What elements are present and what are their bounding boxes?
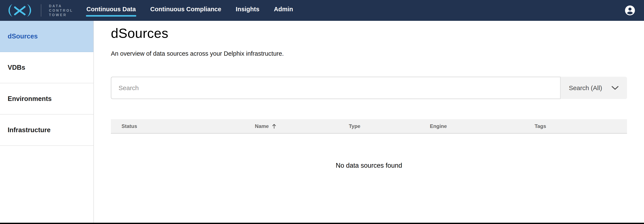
page-title: dSources: [111, 25, 627, 41]
chevron-down-icon: [612, 86, 619, 90]
sidebar-item-label: dSources: [8, 32, 38, 40]
nav-item-insights[interactable]: Insights: [236, 0, 260, 21]
app-logo: DATA CONTROL TOWER: [7, 3, 73, 17]
sidebar-item-dsources[interactable]: dSources: [0, 21, 94, 52]
search-bar: Search (All): [111, 77, 627, 99]
nav-item-admin[interactable]: Admin: [274, 0, 293, 21]
main-content: dSources An overview of data sources acr…: [94, 21, 644, 223]
top-navbar: DATA CONTROL TOWER Continuous Data Conti…: [0, 0, 644, 21]
nav-item-continuous-data[interactable]: Continuous Data: [86, 0, 136, 21]
brand-name: DATA CONTROL TOWER: [49, 4, 73, 17]
table-header-row: Status Name Type Engine Tags: [111, 119, 627, 134]
column-header-name[interactable]: Name: [255, 123, 349, 129]
search-filter-label: Search (All): [569, 84, 602, 92]
delphix-infinity-icon: [7, 3, 32, 17]
column-header-engine[interactable]: Engine: [430, 123, 534, 129]
page-subtitle: An overview of data sources across your …: [111, 50, 627, 57]
sidebar-item-label: VDBs: [8, 64, 25, 71]
nav-item-continuous-compliance[interactable]: Continuous Compliance: [150, 0, 221, 21]
sidebar-item-label: Environments: [8, 95, 52, 103]
search-input[interactable]: [111, 77, 560, 99]
column-header-tags[interactable]: Tags: [534, 123, 627, 129]
sidebar-item-environments[interactable]: Environments: [0, 83, 94, 115]
column-header-type[interactable]: Type: [349, 123, 430, 129]
account-button[interactable]: [624, 4, 636, 16]
column-header-status[interactable]: Status: [111, 123, 255, 129]
account-circle-icon: [624, 4, 636, 16]
empty-table-message: No data sources found: [111, 134, 627, 169]
sidebar-item-vdbs[interactable]: VDBs: [0, 52, 94, 83]
sidebar: dSources VDBs Environments Infrastructur…: [0, 21, 94, 223]
window-bottom-edge: [0, 223, 644, 224]
sidebar-item-label: Infrastructure: [8, 126, 51, 134]
primary-nav: Continuous Data Continuous Compliance In…: [86, 0, 308, 21]
logo-divider: [41, 4, 41, 16]
sort-arrow-up-icon: [271, 123, 277, 129]
search-filter-dropdown[interactable]: Search (All): [560, 77, 627, 99]
sidebar-item-infrastructure[interactable]: Infrastructure: [0, 115, 94, 146]
